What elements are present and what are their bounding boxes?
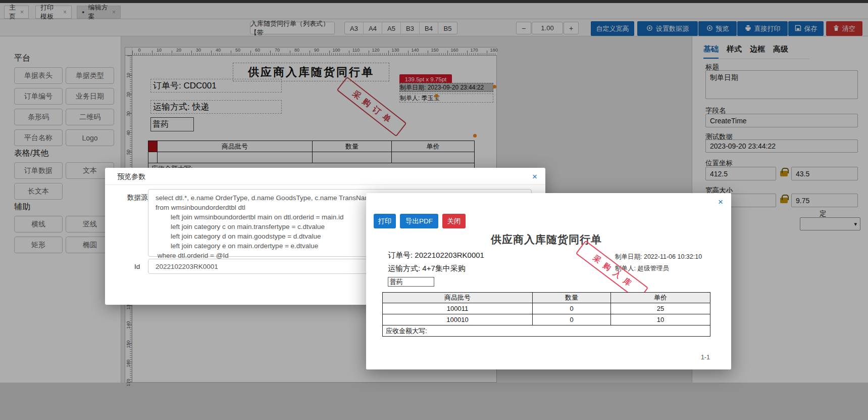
header-batch-no: 商品批号 <box>382 292 533 303</box>
export-pdf-button[interactable]: 导出PDF <box>400 214 438 228</box>
preview-doc-title: 供应商入库随货同行单 <box>382 232 710 247</box>
cell-quantity: 0 <box>533 303 611 314</box>
modal-header: 预览参数 × <box>105 168 545 185</box>
cell-batch-no: 100010 <box>382 314 533 325</box>
print-button[interactable]: 打印 <box>374 214 396 228</box>
close-preview-button[interactable]: 关闭 <box>442 214 466 228</box>
cell-unit-price: 25 <box>611 303 710 314</box>
cell-batch-no: 100011 <box>382 303 533 314</box>
modal-title: 预览参数 <box>117 172 145 181</box>
id-label: Id <box>134 263 140 270</box>
header-unit-price: 单价 <box>611 292 710 303</box>
datasource-label: 数据源 <box>127 193 148 202</box>
cell-unit-price: 10 <box>611 314 710 325</box>
close-icon[interactable]: × <box>532 172 537 181</box>
preview-table-header-row: 商品批号 数量 单价 <box>382 292 710 303</box>
preview-create-date: 制单日期: 2022-11-06 10:32:10 <box>615 253 702 261</box>
header-quantity: 数量 <box>533 292 611 303</box>
table-row: 100011 0 25 <box>382 303 710 314</box>
preview-table-footer-row: 应收金额大写: <box>382 325 710 337</box>
close-icon[interactable]: × <box>718 198 723 206</box>
preview-items-table: 商品批号 数量 单价 100011 0 25 100010 0 10 应收金额大… <box>382 292 710 337</box>
footer-amount-in-words: 应收金额大写: <box>382 325 710 337</box>
preview-order-no: 订单号: 2022102203RK0001 <box>388 251 484 260</box>
cell-quantity: 0 <box>533 314 611 325</box>
table-row: 100010 0 10 <box>382 314 710 325</box>
print-preview-modal: × 打印 导出PDF 关闭 供应商入库随货同行单 订单号: 2022102203… <box>366 193 731 369</box>
page-indicator: 1-1 <box>701 354 710 361</box>
preview-drug-type-box: 普药 <box>388 277 434 287</box>
preview-transport: 运输方式: 4+7集中采购 <box>388 264 466 273</box>
